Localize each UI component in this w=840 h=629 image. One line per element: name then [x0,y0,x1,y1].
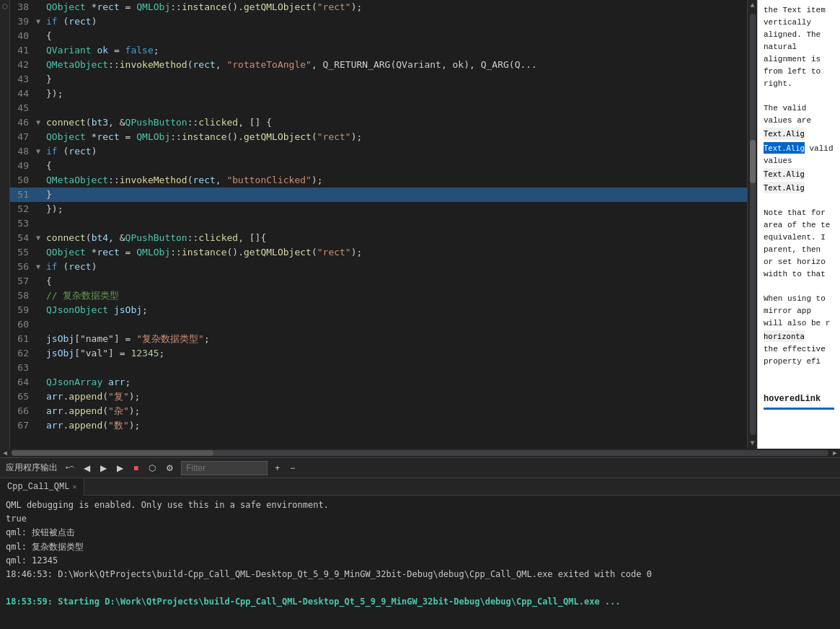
code-line-54: 54▼ connect(bt4, &QPushButton::clicked, … [10,231,747,245]
code-text: QObject *rect = QMLObj::instance().getQM… [46,245,362,260]
line-number: 42 [10,58,36,72]
code-text: connect(bt4, &QPushButton::clicked, []{ [46,231,266,245]
code-text: arr.append("杂"); [46,404,140,418]
code-text: QObject *rect = QMLObj::instance().getQM… [46,130,362,144]
code-line-42: 42 QMetaObject::invokeMethod(rect, "rota… [10,58,747,72]
toolbar-btn-add[interactable]: + [272,462,283,475]
docs-code1[interactable]: Text.Alig [764,128,805,139]
code-line-52: 52 }); [10,202,747,216]
code-line-39: 39▼ if (rect) [10,14,747,29]
docs-code4[interactable]: Text.Alig [764,182,805,193]
docs-body-text: the Text item vertically aligned. The na… [764,4,834,90]
scroll-track[interactable] [750,14,756,435]
line-number: 48 [10,144,36,159]
code-text: QVariant ok = false; [46,43,159,58]
editor-area: ⬡ 38 QObject *rect = QMLObj::instance().… [0,0,840,457]
toolbar-btn-1[interactable]: ⬿ [62,462,76,475]
line-number: 59 [10,303,36,317]
line-number: 44 [10,87,36,101]
toolbar-btn-prev[interactable]: ◀ [81,462,93,475]
docs-effective-text: the effective property efi [764,343,834,368]
output-tab-cpp-call-qml[interactable]: Cpp_Call_QML ✕ [0,478,84,496]
code-text: if (rect) [46,144,97,159]
code-line-58: 58 // 复杂数据类型 [10,289,747,303]
fold-arrow[interactable]: ▼ [36,14,46,29]
toolbar-btn-remove[interactable]: − [287,462,298,475]
code-text: arr.append("数"); [46,418,140,433]
h-scroll-thumb[interactable] [12,450,213,456]
filter-input[interactable] [181,461,268,475]
fold-arrow[interactable]: ▼ [36,260,46,274]
code-line-57: 57 { [10,274,747,289]
code-text: { [46,29,52,43]
code-line-63: 63 [10,361,747,375]
code-text: jsObj["name"] = "复杂数据类型"; [46,332,210,346]
scroll-up-button[interactable]: ▲ [748,0,756,11]
line-number: 49 [10,159,36,173]
code-line-66: 66 arr.append("杂"); [10,404,747,418]
main-container: ⬡ 38 QObject *rect = QMLObj::instance().… [0,0,840,629]
scroll-thumb[interactable] [750,140,756,183]
line-number: 66 [10,404,36,418]
h-scroll-left-button[interactable]: ◀ [0,449,10,457]
line-number: 52 [10,202,36,216]
output-panel: 应用程序输出 ⬿ ◀ ▶ ▶ ■ ⬡ ⚙ + − Cpp_Call_QML ✕ … [0,457,840,609]
h-scroll-track[interactable] [12,450,828,456]
left-gutter: ⬡ [0,0,10,449]
line-number: 40 [10,29,36,43]
output-line: qml: 12345 [6,554,834,568]
code-line-41: 41 QVariant ok = false; [10,43,747,58]
line-number: 45 [10,101,36,115]
code-inner: ⬡ 38 QObject *rect = QMLObj::instance().… [0,0,840,449]
fold-arrow[interactable]: ▼ [36,115,46,130]
code-line-62: 62 jsObj["val"] = 12345; [10,346,747,361]
code-line-51: 51 } [10,188,747,202]
output-label: 应用程序输出 [6,462,58,474]
fold-arrow[interactable]: ▼ [36,231,46,245]
vertical-scrollbar[interactable]: ▲ ▼ [747,0,757,449]
line-number: 62 [10,346,36,361]
toolbar-btn-settings[interactable]: ⚙ [163,462,177,475]
docs-code3[interactable]: Text.Alig [764,168,805,180]
toolbar-btn-next[interactable]: ▶ [97,462,110,475]
code-line-60: 60 [10,317,747,332]
code-lines: 38 QObject *rect = QMLObj::instance().ge… [10,0,747,433]
code-line-65: 65 arr.append("复"); [10,390,747,404]
line-number: 56 [10,260,36,274]
docs-horizontal-code[interactable]: horizonta [764,330,805,342]
scroll-down-button[interactable]: ▼ [748,438,756,449]
code-line-40: 40 { [10,29,747,43]
hovered-link-underline [764,408,834,410]
code-line-45: 45 [10,101,747,115]
output-tabs: Cpp_Call_QML ✕ [0,478,840,496]
output-tab-close[interactable]: ✕ [72,483,76,491]
docs-note-text: Note that for area of the te equivalent.… [764,207,834,281]
code-line-67: 67 arr.append("数"); [10,418,747,433]
output-line: true [6,512,834,526]
code-line-55: 55 QObject *rect = QMLObj::instance().ge… [10,245,747,260]
code-text: jsObj["val"] = 12345; [46,346,164,361]
h-scroll-right-button[interactable]: ▶ [830,449,840,457]
code-line-43: 43 } [10,72,747,87]
docs-hovered-link[interactable]: hoveredLink [764,392,834,406]
horizontal-scrollbar[interactable]: ◀ ▶ [0,449,840,457]
code-scroll-area[interactable]: 38 QObject *rect = QMLObj::instance().ge… [10,0,747,449]
output-line: 18:46:53: D:\Work\QtProjects\build-Cpp_C… [6,568,834,581]
gutter-icon: ⬡ [2,3,8,11]
line-number: 46 [10,115,36,130]
toolbar-btn-debug[interactable]: ⬡ [146,462,159,475]
toolbar-btn-play[interactable]: ▶ [114,462,126,475]
fold-arrow[interactable]: ▼ [36,144,46,159]
code-text: if (rect) [46,14,97,29]
docs-panel: the Text item vertically aligned. The na… [757,0,840,449]
docs-code2-highlighted[interactable]: Text.Alig [764,142,805,154]
code-line-46: 46▼ connect(bt3, &QPushButton::clicked, … [10,115,747,130]
code-text: QObject *rect = QMLObj::instance().getQM… [46,0,362,14]
toolbar-btn-stop[interactable]: ■ [131,462,141,475]
output-line: qml: 复杂数据类型 [6,540,834,554]
code-panel: ⬡ 38 QObject *rect = QMLObj::instance().… [0,0,840,457]
code-text: QJsonObject jsObj; [46,303,148,317]
code-text: } [46,72,52,87]
code-line-61: 61 jsObj["name"] = "复杂数据类型"; [10,332,747,346]
line-number: 38 [10,0,36,14]
